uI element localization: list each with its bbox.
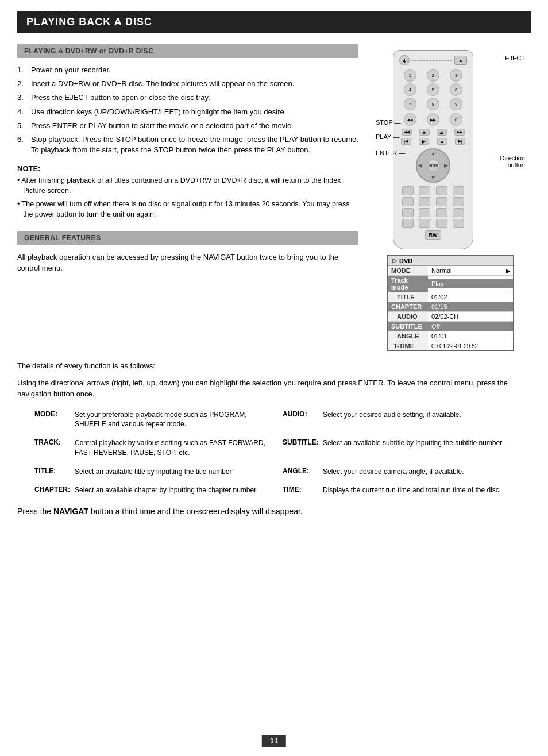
- feature-label-mode: MODE:: [34, 410, 75, 430]
- feature-desc-angle: Select your desired camera angle, if ava…: [323, 467, 514, 477]
- small-btn-1[interactable]: [402, 186, 414, 195]
- btn-special-m[interactable]: ▶▶: [427, 113, 439, 126]
- nav-ring-area: ▲ ▼ ◀ ▶ ENTER: [397, 148, 469, 183]
- small-btn-12[interactable]: [453, 208, 464, 217]
- details-line2: Using the directional arrows (right, lef…: [17, 377, 531, 400]
- fwd-btn[interactable]: ▶▶: [454, 129, 465, 136]
- step-3: 3. Press the EJECT button to open or clo…: [17, 92, 358, 103]
- note-section: NOTE: • After finishing playback of all …: [17, 164, 358, 219]
- btn-5[interactable]: 5: [427, 83, 439, 96]
- right-column: — EJECT ⏻ ▲ 1 2 3: [370, 44, 531, 351]
- prev-btn[interactable]: |◀: [401, 138, 411, 145]
- feature-angle: ANGLE: Select your desired camera angle,…: [283, 467, 514, 477]
- cm-label-subtitle: SUBTITLE: [388, 322, 428, 331]
- small-btn-13[interactable]: [402, 219, 414, 228]
- nav-right[interactable]: ▶: [444, 163, 448, 168]
- label-direction: — Directionbutton: [492, 155, 525, 168]
- cm-row-audio[interactable]: AUDIO 02/02-CH: [388, 312, 513, 322]
- cm-row-mode[interactable]: MODE Normal ▶: [388, 266, 513, 276]
- feature-desc-track: Control playback by various setting such…: [75, 438, 265, 458]
- nav-up[interactable]: ▲: [431, 151, 436, 156]
- step-2: 2. Insert a DVD+RW or DVD+R disc. The in…: [17, 79, 358, 89]
- cm-row-ttime[interactable]: T-TIME 00:01:22-01:29:52: [388, 341, 513, 350]
- page-wrapper: PLAYING BACK A DISC PLAYING A DVD+RW or …: [0, 0, 548, 756]
- play-btn[interactable]: ▶: [419, 138, 429, 145]
- small-btn-2[interactable]: [419, 186, 430, 195]
- feature-audio: AUDIO: Select your desired audio setting…: [283, 410, 514, 430]
- btn-9[interactable]: 9: [450, 98, 462, 110]
- btn-8[interactable]: 8: [427, 98, 439, 110]
- btn-7[interactable]: 7: [404, 98, 416, 110]
- small-btn-16[interactable]: [453, 219, 464, 228]
- nav-left[interactable]: ◀: [418, 163, 422, 168]
- rew-btn[interactable]: ◀◀: [402, 129, 412, 136]
- details-line1: The details of every function is as foll…: [17, 360, 531, 372]
- cm-arrow-mode: ▶: [504, 267, 513, 275]
- next-btn[interactable]: ▶|: [455, 138, 465, 145]
- btn-special-l[interactable]: ◀◀: [404, 113, 416, 126]
- small-btn-6[interactable]: [419, 197, 430, 206]
- left-column: PLAYING A DVD+RW or DVD+R DISC 1. Power …: [17, 44, 358, 351]
- feature-label-title: TITLE:: [34, 467, 75, 477]
- feature-chapter: CHAPTER: Select an available chapter by …: [34, 485, 265, 495]
- feature-time: TIME: Displays the current run time and …: [283, 485, 514, 495]
- feature-label-track: TRACK:: [34, 438, 75, 458]
- special-row: ◀◀ ▶▶ 0: [397, 113, 469, 126]
- transport-row: ◀◀ ■ ⏏ ▶▶: [397, 129, 469, 136]
- small-btn-3[interactable]: [436, 186, 447, 195]
- cm-value-mode: Normal: [428, 266, 504, 275]
- title-text: PLAYING BACK A DISC: [26, 16, 152, 28]
- section1-header: PLAYING A DVD+RW or DVD+R DISC: [17, 44, 358, 58]
- small-btn-4[interactable]: [453, 186, 464, 195]
- feature-desc-time: Displays the current run time and total …: [323, 485, 514, 495]
- feature-desc-title: Select an available title by inputting t…: [75, 467, 265, 477]
- small-btn-8[interactable]: [453, 197, 464, 206]
- cm-label-track: Track mode: [388, 276, 428, 292]
- btn-2[interactable]: 2: [427, 69, 439, 82]
- label-play: PLAY —: [376, 133, 399, 140]
- cm-row-title[interactable]: TITLE 01/02: [388, 292, 513, 302]
- control-menu: ▷ DVD MODE Normal ▶ Track mode Play TITL…: [387, 255, 514, 351]
- eject-button[interactable]: ▲: [454, 56, 467, 65]
- standby-button[interactable]: ⏻: [399, 55, 410, 65]
- cm-row-angle[interactable]: ANGLE 01/01: [388, 331, 513, 341]
- step-1: 1. Power on your recorder.: [17, 65, 358, 75]
- section2-header: GENERAL FEATURES: [17, 231, 358, 245]
- num-grid: 1 2 3 4 5 6 7 8 9: [397, 69, 469, 110]
- step-4: 4. Use direction keys (UP/DOWN/RIGHT/LEF…: [17, 107, 358, 117]
- small-btn-5[interactable]: [402, 197, 414, 206]
- cm-value-track: Play: [428, 279, 513, 288]
- label-stop: STOP —: [376, 119, 401, 126]
- feature-label-angle: ANGLE:: [283, 467, 323, 477]
- small-btns-row4: [397, 219, 469, 228]
- pause-btn[interactable]: ▲: [437, 138, 447, 145]
- small-btn-10[interactable]: [419, 208, 430, 217]
- eject-transport-btn[interactable]: ⏏: [437, 129, 447, 136]
- btn-4[interactable]: 4: [404, 83, 416, 96]
- btn-1[interactable]: 1: [404, 69, 416, 82]
- btn-6[interactable]: 6: [450, 83, 462, 96]
- small-btns-row3: [397, 208, 469, 217]
- small-btn-11[interactable]: [436, 208, 447, 217]
- small-btn-7[interactable]: [436, 197, 447, 206]
- nav-ring[interactable]: ▲ ▼ ◀ ▶ ENTER: [416, 148, 450, 183]
- cm-row-chapter[interactable]: CHAPTER 01/15: [388, 302, 513, 312]
- cm-row-subtitle[interactable]: SUBTITLE Off: [388, 322, 513, 331]
- cm-row-track[interactable]: Track mode Play: [388, 276, 513, 292]
- btn-3[interactable]: 3: [450, 69, 462, 82]
- enter-center-btn[interactable]: ENTER: [427, 159, 439, 172]
- small-btn-14[interactable]: [419, 219, 430, 228]
- small-btn-9[interactable]: [402, 208, 414, 217]
- feature-label-chapter: CHAPTER:: [34, 485, 75, 495]
- cm-label-angle: ANGLE: [388, 331, 428, 341]
- btn-0[interactable]: 0: [450, 113, 462, 126]
- label-enter: ENTER —: [376, 149, 405, 156]
- nav-down[interactable]: ▼: [431, 175, 436, 180]
- feature-label-audio: AUDIO:: [283, 410, 323, 430]
- cm-value-audio: 02/02-CH: [428, 312, 513, 321]
- small-btn-15[interactable]: [436, 219, 447, 228]
- small-btns-row2: [397, 197, 469, 206]
- small-btns-row1: [397, 186, 469, 195]
- stop-btn[interactable]: ■: [419, 129, 430, 136]
- general-section: GENERAL FEATURES All playback operation …: [17, 231, 358, 274]
